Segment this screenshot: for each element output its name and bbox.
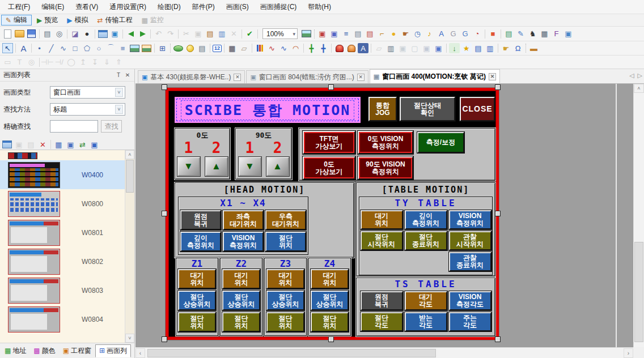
ty-observe-start-position-button[interactable]: 관찰시작위치: [449, 231, 492, 250]
screen-type-select[interactable]: 窗口画面 ˅: [50, 86, 125, 99]
grid-part-icon[interactable]: ▦: [227, 43, 238, 53]
parts-library-icon[interactable]: ♞: [527, 29, 538, 39]
screen-image-icon[interactable]: [301, 29, 312, 39]
search-button[interactable]: 查找: [101, 120, 122, 133]
dot-tool-icon[interactable]: •: [34, 43, 45, 53]
bar-graph-part-icon[interactable]: [255, 43, 265, 53]
polygon-tool-icon[interactable]: ⬠: [82, 43, 92, 53]
comment-edit-icon[interactable]: ✎: [515, 29, 526, 39]
screen-tab-0[interactable]: ▣基本 430(颇扼皋磐-WHE..)✕: [138, 70, 245, 83]
counter-deg90-down-button[interactable]: ▼: [239, 157, 261, 176]
z1-cut-rise-position-button[interactable]: 절단상승위치: [178, 291, 216, 310]
favorite-part-icon[interactable]: ★: [461, 43, 472, 53]
tab-close-icon[interactable]: ✕: [234, 74, 241, 81]
security-setting-icon[interactable]: ●: [388, 29, 399, 39]
next-screen-icon[interactable]: [137, 29, 148, 39]
touch-condition-icon[interactable]: ☛: [400, 29, 411, 39]
scroll-down-icon[interactable]: ˅: [125, 334, 134, 343]
text-tool-icon[interactable]: A: [18, 43, 29, 53]
ty-vision-measure-position-button[interactable]: VISION측정위치: [449, 210, 492, 229]
line-tool-icon[interactable]: ╱: [46, 43, 57, 53]
tab-scroll-left-icon[interactable]: ◁: [629, 72, 634, 79]
z3-cut-position-button[interactable]: 절단위치: [266, 312, 304, 332]
ts-receive-angle-button[interactable]: 받는각도: [405, 312, 447, 331]
brick-part-icon[interactable]: ▬: [528, 43, 539, 53]
bottom-tab-address[interactable]: ▦地址: [1, 344, 29, 357]
selection-handle[interactable]: [328, 336, 334, 342]
vision90-measure-position-button[interactable]: 90도 VISION측정위치: [358, 156, 413, 180]
selection-handle[interactable]: [328, 84, 334, 90]
deg0-virtual-view-button[interactable]: 0도가상보기: [303, 156, 355, 180]
menu-screen-capture[interactable]: 画面捕捉(C): [255, 0, 303, 14]
recipe-part-icon[interactable]: ▥: [385, 43, 396, 53]
vision0-measure-position-button[interactable]: 0도 VISION측정위치: [358, 131, 413, 154]
font-manager-icon[interactable]: F: [551, 29, 562, 39]
menu-screen[interactable]: 画面(S): [221, 0, 255, 14]
print-preview-icon[interactable]: ◎: [54, 29, 65, 39]
scroll-right-icon[interactable]: ›: [624, 348, 633, 358]
exact-search-input[interactable]: [50, 120, 98, 133]
meter-part-icon[interactable]: ◠: [290, 43, 301, 53]
horizontal-scrollbar[interactable]: ‹ ›: [135, 347, 633, 358]
list-item-w0803[interactable]: W0803: [0, 276, 125, 305]
counter-deg0-down-button[interactable]: ▼: [177, 157, 200, 176]
copy-screen-icon[interactable]: ▣: [109, 29, 120, 39]
print-icon[interactable]: ▤: [42, 29, 53, 39]
language-switch-icon[interactable]: A: [436, 29, 447, 39]
list-item-w0800[interactable]: W0800: [0, 189, 125, 218]
screen-tab-1[interactable]: ▣窗口画面 804(蜡瓶:涝仿 窍困...)✕: [246, 70, 368, 83]
ellipse-tool-icon[interactable]: ○: [94, 43, 104, 53]
operator-key-icon[interactable]: ⌐: [376, 29, 387, 39]
ts-give-angle-button[interactable]: 주는각도: [449, 312, 492, 331]
head-origin-return-button[interactable]: 원점복귀: [180, 210, 221, 230]
menu-draw[interactable]: 绘图(D): [152, 0, 187, 14]
film-library-icon[interactable]: ▦: [539, 29, 550, 39]
alarm-part-icon[interactable]: [334, 43, 345, 53]
ty-wait-position-button[interactable]: 대기위치: [361, 210, 403, 229]
hmi-screen[interactable]: SCRIBE 통합 MOTION [HEAD MOTION] X1 ~ X4 원…: [166, 88, 499, 340]
z2-cut-rise-position-button[interactable]: 절단상승위치: [222, 291, 260, 310]
multimedia-icon[interactable]: ▣: [563, 29, 574, 39]
bottom-tab-screen-list[interactable]: ⊞画面列: [95, 344, 131, 357]
bottom-tab-color[interactable]: ▩颜色: [30, 344, 58, 357]
cut-status-check-button[interactable]: 절단상태확인: [400, 97, 455, 121]
tft-virtual-view-button[interactable]: TFT면가상보기: [303, 131, 355, 154]
counter-deg90-up-button[interactable]: ▲: [266, 157, 289, 176]
paste-special-icon[interactable]: ▥: [217, 29, 227, 39]
menu-project[interactable]: 工程(F): [2, 0, 36, 14]
controller-setting-icon[interactable]: ▣: [329, 29, 340, 39]
ty-observe-end-position-button[interactable]: 관찰종료위치: [449, 252, 492, 271]
selection-handle[interactable]: [495, 211, 501, 216]
display-monitor-icon[interactable]: ▦: [53, 139, 64, 150]
rect-tool-icon[interactable]: □: [70, 43, 80, 53]
new-project-icon[interactable]: [2, 29, 13, 39]
z1-cut-position-button[interactable]: 절단위치: [178, 312, 216, 332]
date-part-icon[interactable]: 12: [213, 45, 222, 52]
tag-part-icon[interactable]: Ω: [512, 43, 523, 53]
head-cut-position-button[interactable]: 절단위치: [265, 232, 306, 252]
image-tool-icon[interactable]: [129, 43, 140, 53]
script-editor-icon[interactable]: ▤: [503, 29, 514, 39]
edit-mode[interactable]: ✎编辑: [1, 15, 32, 25]
screen-stack-icon[interactable]: ▣: [65, 139, 76, 150]
lamp-part-icon[interactable]: [185, 43, 196, 53]
z3-wait-position-button[interactable]: 대기위치: [266, 269, 304, 289]
ty-cut-end-position-button[interactable]: 절단종료위치: [405, 231, 447, 250]
delete-screen-icon[interactable]: ✕: [37, 139, 48, 150]
selection-handle[interactable]: [162, 84, 167, 90]
sound-setting-icon[interactable]: ♪: [424, 29, 435, 39]
unified-jog-button[interactable]: 통합JOG: [368, 97, 397, 121]
z2-wait-position-button[interactable]: 대기위치: [222, 269, 260, 289]
list-item-w0804[interactable]: W0804: [0, 305, 125, 334]
word-comment-part-icon[interactable]: ▤: [197, 43, 207, 53]
zoom-select[interactable]: 100%▾: [262, 28, 298, 39]
scroll-up-icon[interactable]: ˄: [125, 150, 134, 159]
scrollbar-thumb[interactable]: [126, 160, 134, 193]
tab-close-icon[interactable]: ✕: [357, 74, 365, 81]
search-method-select[interactable]: 标题 ˅: [50, 103, 125, 116]
time-schedule-icon[interactable]: ◔: [472, 29, 482, 39]
menu-edit[interactable]: 编辑(E): [36, 0, 70, 14]
z3-cut-rise-position-button[interactable]: 절단상승위치: [266, 291, 304, 310]
line-graph-part-icon[interactable]: ∿: [266, 43, 277, 53]
hmi-title-plate[interactable]: SCRIBE 통합 MOTION: [175, 97, 361, 123]
